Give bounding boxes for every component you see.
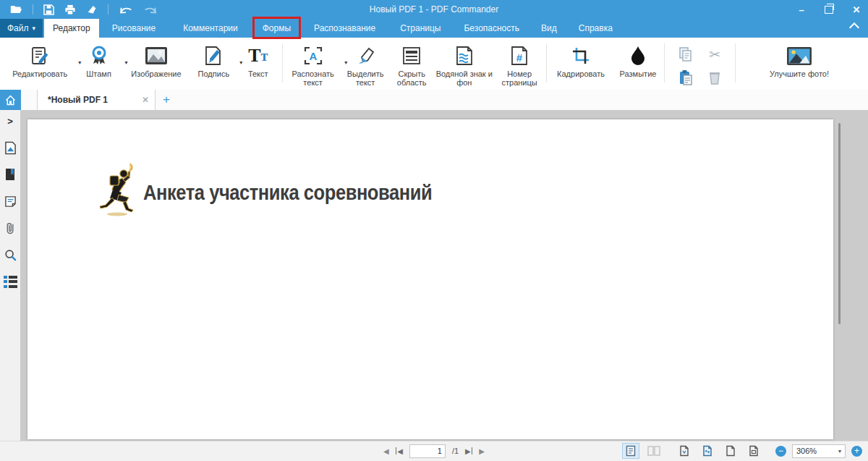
ribbon-group-clipboard: ✂ (667, 38, 733, 89)
menu-tab-comments[interactable]: Комментарии (174, 19, 247, 38)
next-page-button[interactable]: ▶ (479, 447, 485, 455)
fit-page-button[interactable] (676, 443, 693, 459)
svg-text:#: # (516, 51, 523, 64)
text-icon: Tт (248, 43, 268, 68)
zoom-controls: − 306% ▾ + (622, 441, 862, 460)
divider (108, 4, 109, 14)
status-bar: ◀ ◀ /1 ▶ ▶ (0, 441, 868, 461)
open-file-icon[interactable] (10, 4, 22, 14)
menu-bar: Файл ▾ Редактор Рисование Комментарии Фо… (0, 19, 868, 38)
menu-tab-drawing[interactable]: Рисование (103, 19, 164, 38)
edit-document-icon (29, 43, 51, 68)
menu-tab-help[interactable]: Справка (570, 19, 621, 38)
single-page-view-button[interactable] (622, 443, 639, 459)
page-number-input[interactable] (409, 444, 446, 458)
divider (735, 43, 736, 83)
caret-down-icon: ▾ (33, 25, 36, 32)
last-page-button[interactable]: ▶ (465, 447, 472, 455)
scan-icon[interactable] (86, 4, 98, 15)
print-icon[interactable] (64, 4, 76, 15)
minimize-button[interactable]: – (796, 4, 807, 15)
close-button[interactable]: ✕ (851, 4, 862, 15)
menu-tab-pages[interactable]: Страницы (391, 19, 449, 38)
redo-icon[interactable] (143, 5, 158, 14)
stamp-icon (89, 43, 109, 68)
search-button[interactable] (2, 247, 18, 263)
document-header: Анкета участника соревнований (97, 157, 472, 218)
watermark-icon (455, 43, 474, 68)
home-button[interactable] (0, 90, 21, 110)
main-area: > (0, 110, 868, 441)
vertical-scrollbar[interactable] (838, 123, 841, 324)
document-tab-label: *Новый PDF 1 (48, 95, 108, 105)
cut-button[interactable]: ✂ (706, 46, 723, 63)
collapse-ribbon-button[interactable] (849, 22, 859, 29)
first-page-button[interactable]: ◀ (396, 447, 403, 455)
home-icon (4, 94, 17, 106)
menu-tab-view[interactable]: Вид (532, 19, 566, 38)
save-icon[interactable] (43, 4, 54, 15)
zoom-level-value: 306% (796, 447, 817, 455)
ribbon-group-recognition: A ▾ Распознать текст Выделить текст Скры… (285, 38, 544, 89)
blur-button[interactable]: Размытие (614, 38, 662, 78)
menu-file[interactable]: Файл ▾ (0, 19, 43, 38)
svg-text:A: A (309, 50, 317, 62)
pdf-page[interactable]: Анкета участника соревнований (27, 119, 833, 439)
fit-width-button[interactable] (699, 443, 716, 459)
document-heading[interactable]: Анкета участника соревнований (143, 181, 432, 205)
bookmarks-button[interactable] (2, 166, 18, 182)
zoom-out-button[interactable]: − (775, 446, 786, 457)
page-total-label: /1 (452, 447, 459, 455)
zoom-level-select[interactable]: 306% ▾ (792, 444, 846, 458)
signature-button[interactable]: ▾ Подпись (191, 38, 236, 78)
zoom-in-button[interactable]: + (851, 446, 862, 457)
ribbon-group-enhance: Улучшите фото! (738, 38, 861, 89)
caret-down-icon: ▾ (838, 448, 841, 454)
tab-close-icon[interactable]: ✕ (142, 95, 149, 105)
ocr-icon: A (302, 43, 324, 68)
watermark-button[interactable]: Водяной знак и фон (433, 38, 495, 87)
image-button[interactable]: Изображение (123, 38, 190, 78)
expand-panel-button[interactable]: > (2, 113, 18, 129)
undo-icon[interactable] (119, 5, 133, 14)
menu-tab-recognition[interactable]: Распознавание (305, 19, 384, 38)
previous-page-button[interactable]: ◀ (383, 447, 389, 455)
attachments-button[interactable] (2, 220, 18, 236)
image-icon (145, 43, 168, 68)
delete-button[interactable] (706, 69, 723, 86)
new-tab-button[interactable]: + (156, 90, 177, 110)
ribbon-toolbar: ▾ Редактировать ▾ Штамп Изображение (0, 38, 868, 90)
ribbon-group-edit: ▾ Редактировать ▾ Штамп Изображение (4, 38, 279, 89)
comments-button[interactable] (2, 193, 18, 209)
highlight-text-button[interactable]: Выделить текст (341, 38, 390, 87)
edit-button[interactable]: ▾ Редактировать (5, 38, 75, 78)
blur-drop-icon (630, 43, 646, 68)
layers-button[interactable] (2, 274, 18, 289)
restore-icon (825, 6, 833, 14)
page-number-button[interactable]: # Номер страницы (495, 38, 544, 87)
recognize-text-button[interactable]: A ▾ Распознать текст (285, 38, 341, 87)
crop-button[interactable]: Кадрировать (549, 38, 613, 78)
left-sidebar: > (0, 110, 20, 441)
menu-file-label: Файл (7, 23, 29, 33)
hide-area-button[interactable]: Скрыть область (390, 38, 433, 87)
menu-tab-security[interactable]: Безопасность (455, 19, 528, 38)
scissors-icon: ✂ (709, 46, 720, 63)
runner-logo[interactable] (97, 157, 142, 218)
quick-access-toolbar (0, 4, 158, 15)
highlighter-icon (354, 43, 376, 68)
menu-tab-editor[interactable]: Редактор (44, 19, 99, 38)
enhance-photo-button[interactable]: Улучшите фото! (760, 38, 839, 78)
two-page-view-button[interactable] (645, 443, 663, 459)
paste-button[interactable] (677, 69, 694, 86)
page-thumbnails-button[interactable] (2, 140, 18, 156)
copy-button[interactable] (677, 46, 694, 63)
layers-list-icon (4, 276, 17, 288)
document-tab[interactable]: *Новый PDF 1 ✕ (37, 90, 156, 110)
stamp-button[interactable]: ▾ Штамп (77, 38, 122, 78)
restore-button[interactable] (823, 4, 835, 15)
actual-size-button[interactable] (722, 443, 739, 459)
menu-tab-forms[interactable]: Формы (254, 19, 299, 38)
text-button[interactable]: Tт Текст (238, 38, 278, 78)
fit-visible-button[interactable] (745, 443, 762, 459)
